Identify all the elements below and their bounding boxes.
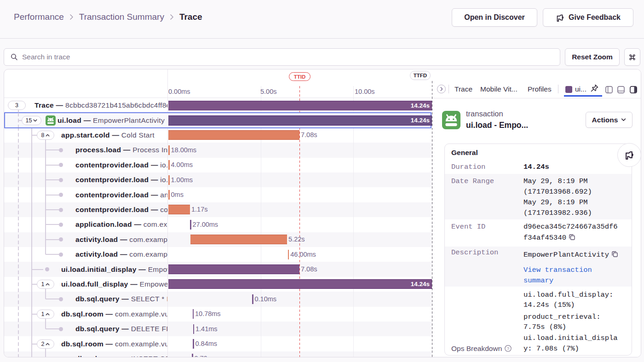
svg-text:?: ? xyxy=(507,346,509,351)
